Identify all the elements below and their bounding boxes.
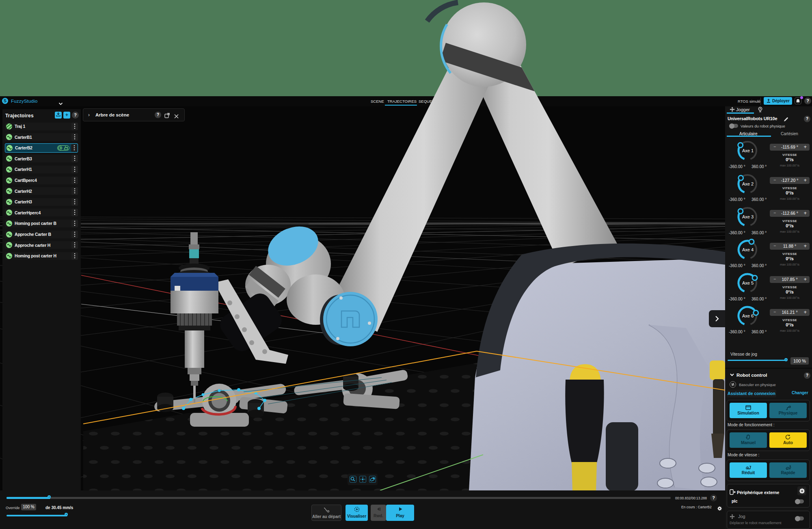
svg-text:Axe 6: Axe 6: [742, 313, 754, 318]
svg-text:Axe 5: Axe 5: [742, 281, 754, 285]
svg-text:Axe 4: Axe 4: [742, 247, 754, 252]
svg-text:Axe 3: Axe 3: [742, 214, 754, 219]
svg-text:Axe 2: Axe 2: [742, 181, 754, 186]
svg-text:Axe 1: Axe 1: [742, 148, 754, 153]
